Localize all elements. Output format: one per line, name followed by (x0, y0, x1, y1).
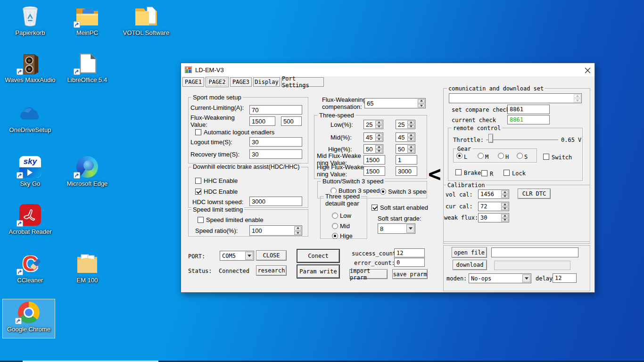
download-button[interactable]: download (453, 260, 487, 270)
low-spinner-1[interactable]: 25 (363, 120, 383, 129)
spinner-buttons[interactable] (407, 145, 414, 153)
hdc-lowrst-speed-input[interactable]: 3000 (249, 197, 302, 206)
hige-spinner-1[interactable]: 50 (363, 144, 383, 154)
comm-spinner[interactable] (449, 93, 582, 103)
shortcut-arrow-icon (74, 68, 80, 75)
window-title: LD-EM-V3 (195, 66, 224, 74)
hhc-enable-label: HHC Enable (204, 177, 238, 184)
desktop-icon-sky-go[interactable]: sky Sky Go (4, 154, 57, 193)
mid-flux-input-1[interactable]: 1500 (363, 155, 385, 165)
switch-3-speed-radio[interactable] (380, 189, 386, 195)
brake-checkbox[interactable] (455, 169, 462, 175)
cur-cal-spinner[interactable]: 72 (478, 202, 509, 211)
research-button[interactable]: research (256, 265, 287, 276)
soft-start-grade-combobox[interactable]: 8 (378, 223, 415, 234)
switch-3-speed-label: Switch 3 speed (388, 188, 427, 195)
switch-checkbox[interactable] (543, 154, 549, 160)
clr-dtc-button[interactable]: CLR DTC (518, 189, 551, 199)
spinner-buttons[interactable] (375, 121, 382, 128)
desktop-icon-libreoffice[interactable]: LibreOffice 5.4 (61, 50, 114, 90)
import-param-button[interactable]: import prarm (349, 269, 388, 279)
current-check-input[interactable]: 8861 (507, 115, 550, 124)
soft-start-enabled-checkbox[interactable] (372, 205, 378, 211)
param-write-button[interactable]: Param write (297, 264, 340, 279)
hige-flux-input-1[interactable]: 1500 (363, 166, 385, 176)
desktop-icon-ccleaner[interactable]: C CCleaner (4, 250, 57, 290)
spinner-buttons[interactable] (501, 190, 508, 198)
gear-s-radio[interactable] (517, 153, 523, 159)
desktop-icon-microsoft-edge[interactable]: Microsoft Edge (61, 154, 114, 193)
speed-limited-enable-checkbox[interactable] (198, 217, 204, 223)
throttle-slider-track[interactable] (486, 140, 558, 141)
success-count-input[interactable]: 12 (394, 248, 425, 257)
gear-m-radio[interactable] (478, 153, 484, 159)
delay-input[interactable]: 12 (553, 273, 577, 283)
gear-l-radio[interactable] (456, 153, 462, 159)
logout-time-input[interactable]: 30 (249, 137, 302, 147)
vol-cal-spinner[interactable]: 1456 (478, 189, 509, 199)
tab-page2[interactable]: PAGE2 (206, 77, 229, 87)
lock-checkbox[interactable] (504, 170, 510, 176)
mid-flux-input-2[interactable]: 1 (396, 155, 417, 165)
document-icon (75, 51, 99, 75)
acrobat-icon (18, 203, 42, 227)
port-combobox[interactable]: COM5 (220, 251, 254, 261)
save-param-button[interactable]: save prarm (392, 269, 428, 279)
gear-low-radio[interactable] (332, 213, 338, 219)
spinner-buttons[interactable] (407, 121, 414, 128)
dropdown-arrow-icon[interactable] (245, 252, 253, 260)
flux-compensation-spinner[interactable]: 65 (364, 98, 426, 108)
desktop-icon-onedrivesetup[interactable]: OneDriveSetup (4, 100, 57, 140)
spinner-buttons[interactable] (501, 214, 508, 222)
desktop-icon-votol-software[interactable]: VOTOL Software (120, 3, 173, 42)
desktop-icon-acrobat-reader[interactable]: Acrobat Reader (4, 202, 57, 241)
close-port-button[interactable]: CLOSE (256, 250, 287, 261)
hdc-enable-checkbox[interactable] (195, 189, 201, 195)
dropdown-arrow-icon[interactable] (406, 224, 414, 233)
spinner-buttons[interactable] (407, 133, 414, 141)
hige-spinner-2[interactable]: 50 (396, 144, 415, 154)
error-count-input[interactable]: 0 (394, 258, 425, 267)
automatic-logout-checkbox[interactable] (195, 129, 201, 135)
tab-page1[interactable]: PAGE1 (182, 77, 204, 87)
desktop-icon-waves-maxxaudio[interactable]: Waves MaxxAudio (4, 50, 57, 90)
tab-display[interactable]: Display (253, 77, 280, 87)
spinner-buttons[interactable] (375, 145, 382, 153)
throttle-slider-handle[interactable] (488, 134, 493, 143)
dropdown-arrow-icon[interactable] (522, 274, 530, 282)
desktop-icon-em100[interactable]: EM 100 (61, 250, 114, 290)
gear-h-radio[interactable] (498, 153, 504, 159)
low-spinner-2[interactable]: 25 (396, 120, 415, 129)
tab-port-settings[interactable]: Port Settings (281, 77, 324, 87)
speed-ratio-spinner[interactable]: 100 (249, 225, 302, 236)
file-path-input[interactable] (491, 247, 578, 257)
desktop-icon-google-chrome[interactable]: Google Chrome (2, 299, 55, 338)
mid-spinner-1[interactable]: 45 (363, 132, 383, 142)
hhc-enable-checkbox[interactable] (195, 178, 201, 184)
hige-flux-input-2[interactable]: 3000 (396, 166, 417, 176)
tab-page3[interactable]: PAGE3 (230, 77, 252, 87)
close-button[interactable] (582, 66, 593, 75)
gear-hige-radio[interactable] (332, 233, 338, 239)
sport-mode-group-title: Sport mode setup (191, 94, 243, 101)
desktop-icon-meinpc[interactable]: MeinPC (61, 3, 114, 42)
gear-mid-radio[interactable] (332, 223, 338, 229)
flux-weakening-input-1[interactable]: 1500 (249, 116, 275, 126)
title-bar[interactable]: LD-EM-V3 (181, 63, 594, 76)
set-compare-check-input[interactable]: 8861 (507, 105, 550, 114)
r-checkbox[interactable] (481, 170, 487, 176)
flux-weakening-input-2[interactable]: 500 (281, 116, 302, 126)
mid-spinner-2[interactable]: 45 (396, 132, 415, 142)
current-limiting-input[interactable]: 70 (249, 105, 302, 115)
spinner-buttons[interactable] (375, 133, 382, 141)
desktop-icon-papierkorb[interactable]: Papierkorb (4, 3, 57, 42)
spinner-buttons[interactable] (501, 203, 508, 210)
open-file-button[interactable]: open file (452, 247, 487, 258)
edge-icon (75, 155, 99, 179)
weak-flux-spinner[interactable]: 30 (478, 213, 509, 222)
spinner-buttons[interactable] (294, 226, 301, 235)
recovery-time-input[interactable]: 30 (249, 149, 302, 159)
moden-combobox[interactable]: No-ops (469, 273, 531, 283)
spinner-buttons[interactable] (418, 99, 425, 107)
connect-button[interactable]: Conect (297, 249, 340, 263)
